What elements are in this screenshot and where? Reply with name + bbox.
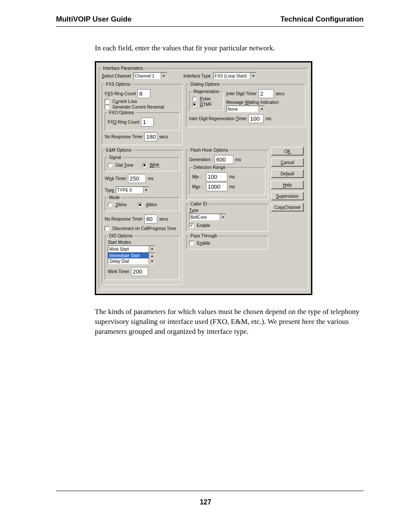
- pass-through-enable-checkbox[interactable]: Enable: [189, 241, 265, 246]
- caller-id-enable-checkbox[interactable]: Enable: [189, 223, 265, 228]
- generation-input[interactable]: [215, 155, 234, 164]
- flash-hook-legend: Flash Hook Options: [189, 148, 230, 152]
- dial-tone-label[interactable]: Dial Tone: [115, 163, 134, 168]
- caller-id-type-value: BellCore: [190, 215, 207, 220]
- mode-group: Mode 2Wire 4Wire: [105, 195, 180, 211]
- chevron-down-icon: [220, 214, 226, 220]
- chevron-up-icon[interactable]: [149, 253, 155, 258]
- interface-type-label: Interface Type: [184, 74, 211, 78]
- em-type-label: Type: [105, 188, 114, 193]
- list-item[interactable]: Immediate Start: [108, 253, 155, 258]
- default-button[interactable]: Default: [271, 169, 304, 178]
- radio-icon: [192, 102, 197, 107]
- em-no-response-unit: secs: [159, 217, 168, 221]
- disconnect-checkbox[interactable]: Disconnect on CallProgress Tone: [105, 226, 180, 231]
- page-header: MultiVOIP User Guide Technical Configura…: [56, 15, 364, 27]
- fxs-no-response-input[interactable]: [144, 132, 157, 141]
- chevron-down-icon: [149, 246, 155, 252]
- did-start-mode-list[interactable]: Immediate Start Delay Dial: [108, 252, 155, 264]
- fxs-ring-count-input[interactable]: [137, 89, 150, 98]
- fxs-options-group: FXS Options FXS Ring Count Current Loss …: [102, 82, 183, 145]
- pulse-label: Pulse: [200, 96, 211, 101]
- fxo-ring-count-input[interactable]: [141, 118, 154, 127]
- dtmf-radio[interactable]: DTMF: [192, 102, 221, 107]
- fxo-options-legend: FXO Options: [108, 110, 135, 115]
- pass-through-enable-label: Enable: [197, 241, 210, 246]
- select-channel-label: Select Channel: [102, 74, 131, 78]
- did-options-legend: DID Options: [108, 233, 134, 238]
- caller-id-type-dropdown[interactable]: BellCore: [189, 214, 226, 221]
- mode-legend: Mode: [108, 195, 121, 200]
- four-wire-label[interactable]: 4Wire: [146, 202, 157, 207]
- idr-input[interactable]: [248, 114, 264, 123]
- interface-type-dropdown[interactable]: FXS (Loop Start): [213, 72, 256, 79]
- pulse-radio[interactable]: Pulse: [192, 96, 221, 101]
- did-wink-timer-input[interactable]: [131, 267, 148, 276]
- footer-rule: [56, 491, 364, 491]
- mwi-dropdown[interactable]: None: [226, 106, 265, 112]
- header-right: Technical Configuration: [280, 15, 364, 24]
- fxs-no-response-unit: secs: [159, 134, 168, 139]
- em-wink-timer-input[interactable]: [128, 174, 146, 183]
- ok-button[interactable]: OK: [271, 147, 304, 156]
- inter-digit-timer-label: Inter Digit Timer: [226, 91, 257, 96]
- radio-icon: [192, 96, 197, 101]
- checkbox-icon: [105, 105, 109, 109]
- chevron-down-icon[interactable]: [149, 258, 155, 264]
- did-start-mode-value: Wink Start: [109, 247, 129, 252]
- generation-label: Generation :: [189, 157, 213, 162]
- chevron-down-icon: [143, 187, 149, 193]
- max-input[interactable]: [206, 182, 227, 191]
- mwi-label: Message Waiting Indication: [226, 100, 302, 105]
- em-no-response-label: No Response Timer: [105, 217, 143, 221]
- dialing-options-group: Dialing Options Regeneration Pulse: [186, 82, 305, 127]
- checkbox-icon: [105, 226, 109, 231]
- did-start-mode-dropdown[interactable]: Wink Start: [108, 246, 155, 252]
- start-modes-label: Start Modes: [108, 240, 177, 245]
- list-item[interactable]: Delay Dial: [108, 258, 155, 264]
- detection-range-group: Detection Range Min : ms Max : ms: [189, 165, 265, 195]
- pass-through-legend: Pass Through: [189, 233, 218, 238]
- regeneration-group: Regeneration Pulse DTMF: [189, 89, 224, 111]
- max-unit: ms: [229, 184, 235, 189]
- regeneration-legend: Regeneration: [192, 89, 221, 94]
- current-loss-label: Current Loss: [112, 99, 137, 104]
- detection-range-legend: Detection Range: [192, 165, 227, 170]
- max-label: Max :: [192, 184, 204, 189]
- caller-id-enable-label: Enable: [197, 223, 210, 228]
- caller-id-type-label: Type: [189, 208, 265, 213]
- select-channel-dropdown[interactable]: Channel 1: [134, 72, 167, 79]
- min-input[interactable]: [206, 172, 227, 181]
- cancel-button[interactable]: Cancel: [271, 158, 304, 167]
- fxs-ring-count-label: FXS Ring Count: [105, 91, 136, 96]
- supervision-button[interactable]: Supervision: [271, 192, 304, 200]
- generate-current-reversal-checkbox[interactable]: Generate Current Reversal: [105, 105, 180, 109]
- fxs-no-response-label: No Response Timer: [105, 134, 143, 139]
- current-loss-checkbox[interactable]: Current Loss: [105, 99, 180, 104]
- radio-icon: [108, 163, 112, 168]
- checkbox-icon: [189, 241, 194, 246]
- pass-through-group: Pass Through Enable: [186, 233, 268, 249]
- interface-parameters-dialog: Interface Parameters Select Channel Chan…: [95, 61, 312, 295]
- idr-unit: ms: [265, 116, 271, 121]
- checkbox-icon: [189, 223, 194, 228]
- did-wink-timer-label: Wink Timer: [108, 269, 129, 274]
- interface-type-value: FXS (Loop Start): [215, 74, 247, 78]
- dialing-options-legend: Dialing Options: [189, 82, 221, 87]
- signal-legend: Signal: [108, 155, 122, 160]
- em-type-dropdown[interactable]: TYPE II: [116, 187, 149, 193]
- did-options-group: DID Options Start Modes Wink Start Immed…: [105, 233, 180, 280]
- help-button[interactable]: Help: [271, 180, 304, 189]
- two-wire-label[interactable]: 2Wire: [115, 202, 127, 207]
- fxo-options-group: FXO Options FXO Ring Count: [105, 110, 180, 131]
- inter-digit-timer-input[interactable]: [258, 89, 274, 98]
- copy-channel-button[interactable]: Copy Channel: [271, 203, 304, 212]
- select-channel-value: Channel 1: [135, 74, 155, 78]
- wink-label[interactable]: Wink: [150, 162, 159, 168]
- intro-text: In each field, enter the values that fit…: [95, 44, 364, 53]
- mwi-value: None: [227, 107, 238, 112]
- inter-digit-timer-unit: secs: [276, 91, 285, 96]
- signal-group: Signal Dial Tone Wink: [105, 155, 180, 171]
- chevron-down-icon: [161, 73, 167, 79]
- em-no-response-input[interactable]: [144, 215, 157, 224]
